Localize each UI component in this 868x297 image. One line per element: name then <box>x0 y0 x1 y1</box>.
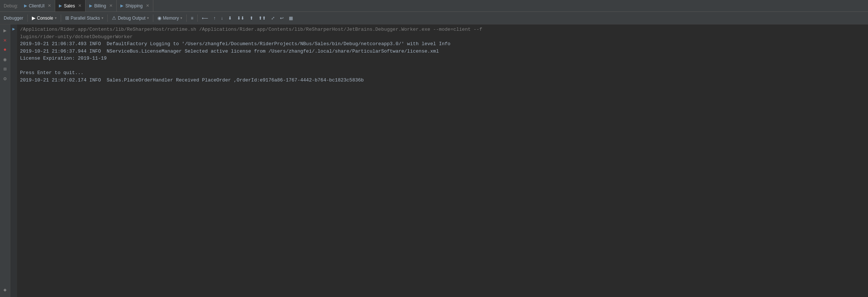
gutter-arrow: ▶ <box>12 26 15 32</box>
console-icon: ▶ <box>32 15 36 21</box>
toolbar-action-3[interactable]: ↓ <box>218 14 225 22</box>
toolbar-action-1[interactable]: ⟵ <box>200 14 210 22</box>
console-line-3: 2019-10-21 21:06:37.493 INFO DefaultFact… <box>20 40 865 48</box>
tab-billing[interactable]: ▶ Billing ✕ <box>86 0 117 11</box>
memory-dropdown-icon: ▾ <box>180 16 182 20</box>
tab-sales-icon: ▶ <box>59 3 62 8</box>
left-sidebar: ▶ ✕ ● ◉ ⊞ ⚙ ◆ <box>0 24 10 297</box>
toolbar-sep-3 <box>107 14 108 22</box>
toolbar-memory[interactable]: ◉ Memory ▾ <box>155 14 184 22</box>
memory-icon: ◉ <box>157 15 161 21</box>
parallel-stacks-icon: ⊞ <box>65 15 69 21</box>
toolbar-action-6[interactable]: ⬆ <box>247 14 256 22</box>
parallel-stacks-label: Parallel Stacks <box>71 16 100 21</box>
action-6-icon: ⬆ <box>250 16 253 21</box>
action-9-icon: ↩ <box>280 16 284 21</box>
tab-clientui-close[interactable]: ✕ <box>48 3 51 8</box>
toolbar-debugger[interactable]: Debugger <box>1 14 26 22</box>
tab-sales-close[interactable]: ✕ <box>78 3 81 8</box>
tab-shipping-label: Shipping <box>125 3 143 9</box>
sidebar-play-icon[interactable]: ▶ <box>1 26 10 35</box>
action-10-icon: ▦ <box>289 16 293 21</box>
console-line-8: 2019-10-21 21:07:02.174 INFO Sales.Place… <box>20 77 865 84</box>
action-4-icon: ⬇ <box>228 16 232 21</box>
tab-sales[interactable]: ▶ Sales ✕ <box>55 0 86 11</box>
toolbar-sep-4 <box>153 14 153 22</box>
toolbar-sep-6 <box>197 14 198 22</box>
memory-label: Memory <box>163 16 179 21</box>
tab-sales-label: Sales <box>64 3 75 9</box>
toolbar: Debugger ▶ Console ▾ ⊞ Parallel Stacks ▾… <box>0 12 868 24</box>
toolbar-action-5[interactable]: ⬇⬇ <box>235 14 247 22</box>
console-line-5: License Expiration: 2019-11-19 <box>20 55 865 62</box>
toolbar-debug-output[interactable]: ⚠ Debug Output ▾ <box>110 14 151 22</box>
tab-shipping-icon: ▶ <box>120 3 123 8</box>
tab-clientui-icon: ▶ <box>24 3 27 8</box>
tab-shipping[interactable]: ▶ Shipping ✕ <box>117 0 153 11</box>
action-3-icon: ↓ <box>221 16 223 21</box>
console-label: Console <box>37 16 53 21</box>
action-2-icon: ↑ <box>213 16 216 21</box>
debug-label: Debug: <box>1 3 20 9</box>
sidebar-dot-icon[interactable]: ◉ <box>1 55 10 64</box>
sidebar-delete-icon[interactable]: ✕ <box>1 36 10 44</box>
console-output[interactable]: /Applications/Rider.app/Contents/lib/ReS… <box>17 24 868 297</box>
sidebar-diamond-icon[interactable]: ◆ <box>1 285 10 294</box>
console-line-4: 2019-10-21 21:06:37.944 INFO NServiceBus… <box>20 48 865 55</box>
toolbar-parallel-stacks[interactable]: ⊞ Parallel Stacks ▾ <box>63 14 106 22</box>
sidebar-grid-icon[interactable]: ⊞ <box>1 64 10 73</box>
tab-billing-icon: ▶ <box>89 3 92 8</box>
tab-bar: Debug: ▶ ClientUI ✕ ▶ Sales ✕ ▶ Billing … <box>0 0 868 12</box>
hamburger-icon: ≡ <box>191 16 193 21</box>
main-layout: ▶ ✕ ● ◉ ⊞ ⚙ ◆ ▶ /Applications/Rider.app/… <box>0 24 868 297</box>
tab-shipping-close[interactable]: ✕ <box>146 3 149 8</box>
sidebar-circle-icon[interactable]: ● <box>1 45 10 54</box>
console-line-1: /Applications/Rider.app/Contents/lib/ReS… <box>20 26 865 33</box>
action-1-icon: ⟵ <box>202 16 208 21</box>
toolbar-action-8[interactable]: ⤢ <box>269 14 277 22</box>
toolbar-console[interactable]: ▶ Console ▾ <box>30 14 59 22</box>
console-line-7: Press Enter to quit... <box>20 69 865 77</box>
action-8-icon: ⤢ <box>271 16 275 21</box>
toolbar-sep-2 <box>61 14 61 22</box>
action-5-icon: ⬇⬇ <box>237 16 244 21</box>
debug-output-label: Debug Output <box>118 16 146 21</box>
toolbar-hamburger[interactable]: ≡ <box>188 14 196 22</box>
debug-output-dropdown-icon: ▾ <box>147 16 149 20</box>
toolbar-action-4[interactable]: ⬇ <box>226 14 234 22</box>
tab-clientui[interactable]: ▶ ClientUI ✕ <box>20 0 56 11</box>
toolbar-action-7[interactable]: ⬆⬆ <box>256 14 268 22</box>
sidebar-gear-icon[interactable]: ⚙ <box>1 74 10 83</box>
line-gutter: ▶ <box>10 24 17 297</box>
toolbar-sep-1 <box>27 14 28 22</box>
debugger-label: Debugger <box>4 16 23 21</box>
toolbar-sep-5 <box>186 14 187 22</box>
tab-billing-label: Billing <box>94 3 106 9</box>
action-7-icon: ⬆⬆ <box>258 16 266 21</box>
debug-output-icon: ⚠ <box>112 15 116 21</box>
tab-clientui-label: ClientUI <box>29 3 45 9</box>
console-line-2: lugins/rider-unity/dotnetDebuggerWorker <box>20 33 865 41</box>
toolbar-action-2[interactable]: ↑ <box>211 14 218 22</box>
toolbar-action-9[interactable]: ↩ <box>278 14 286 22</box>
tab-billing-close[interactable]: ✕ <box>109 3 113 8</box>
toolbar-action-10[interactable]: ▦ <box>287 14 295 22</box>
parallel-stacks-dropdown-icon: ▾ <box>101 16 103 20</box>
console-dropdown-icon: ▾ <box>55 16 57 20</box>
console-line-6 <box>20 62 865 70</box>
